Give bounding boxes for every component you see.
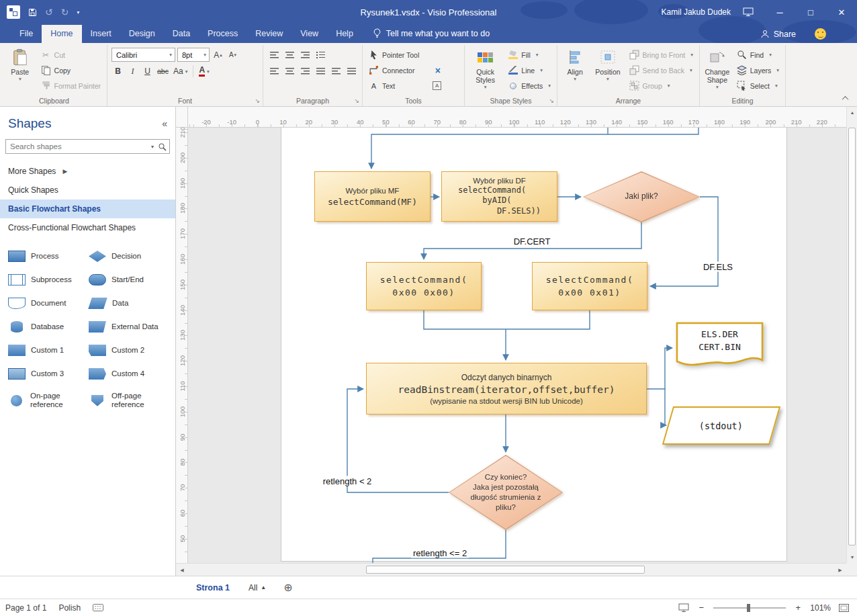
text-block-tool-button[interactable]: A: [431, 79, 445, 93]
quick-styles-button[interactable]: Quick Styles ▾: [469, 46, 502, 94]
strikethrough-button[interactable]: abc: [156, 64, 170, 78]
undo-icon[interactable]: ↺: [45, 7, 53, 17]
shape-master[interactable]: Database: [8, 321, 89, 333]
align-top-button[interactable]: [267, 48, 281, 61]
stencil-cross-functional[interactable]: Cross-Functional Flowchart Shapes: [0, 218, 175, 237]
drawing-canvas[interactable]: Wybór pliku MF selectCommand(MF) Wybór p…: [188, 128, 846, 563]
zoom-out-button[interactable]: −: [697, 603, 705, 613]
shape-master[interactable]: Document: [8, 298, 89, 309]
feedback-smiley-icon[interactable]: [815, 28, 826, 40]
all-pages-button[interactable]: All ▲: [249, 583, 266, 592]
connector-tool-button[interactable]: Connector: [367, 63, 421, 77]
page-tab-strona-1[interactable]: Strona 1: [187, 583, 239, 592]
shape-decision-which-file[interactable]: Jaki plik?: [583, 171, 700, 222]
redo-icon[interactable]: ↻: [61, 7, 69, 17]
ribbon-tab[interactable]: Home: [42, 25, 81, 43]
maximize-button[interactable]: □: [795, 0, 826, 24]
shape-master[interactable]: Subprocess: [8, 274, 89, 285]
scroll-up-icon[interactable]: ▲: [847, 107, 857, 118]
language-indicator[interactable]: Polish: [58, 603, 81, 613]
change-case-button[interactable]: Aa▾: [172, 64, 189, 78]
customize-qat-icon[interactable]: ▾: [77, 9, 79, 15]
search-options-caret-icon[interactable]: ▾: [147, 144, 158, 150]
horizontal-scrollbar[interactable]: ◀ ▶: [176, 563, 846, 576]
shape-master[interactable]: Custom 4: [89, 368, 167, 380]
save-icon[interactable]: [28, 8, 37, 17]
more-shapes-item[interactable]: More Shapes▶: [0, 162, 175, 181]
shape-select-df[interactable]: Wybór pliku DF selectCommand( byAID( DF.…: [441, 171, 557, 222]
shape-select-mf[interactable]: Wybór pliku MF selectCommand(MF): [314, 171, 431, 222]
shape-document-output-files[interactable]: ELS.DER CERT.BIN: [675, 321, 764, 375]
presentation-mode-icon[interactable]: [678, 603, 689, 613]
quick-shapes-item[interactable]: Quick Shapes: [0, 181, 175, 200]
share-button[interactable]: Share: [760, 30, 796, 39]
fit-page-icon[interactable]: [839, 604, 849, 612]
display-settings-icon[interactable]: [743, 7, 754, 17]
format-painter-button[interactable]: Format Painter: [39, 79, 103, 93]
vertical-scrollbar[interactable]: ▲ ▼: [846, 107, 857, 563]
vertical-scrollbar-thumb[interactable]: [848, 128, 856, 545]
shape-select-cert[interactable]: selectCommand( 0x00 0x00): [366, 262, 482, 310]
copy-button[interactable]: Copy: [39, 63, 103, 77]
scroll-right-icon[interactable]: ▶: [834, 564, 846, 576]
bring-to-front-button[interactable]: Bring to Front▾: [627, 48, 695, 62]
cut-button[interactable]: ✂Cut: [39, 48, 103, 62]
shape-master[interactable]: Custom 2: [89, 345, 167, 356]
shape-read-binstream[interactable]: Odczyt danych binarnych readBinstream(it…: [366, 363, 647, 414]
connection-point-tool-button[interactable]: ×: [431, 63, 445, 77]
grow-font-button[interactable]: A▴: [212, 48, 224, 62]
font-family-select[interactable]: Calibri▾: [111, 48, 175, 62]
bold-button[interactable]: B: [111, 64, 124, 78]
decrease-indent-button[interactable]: [329, 64, 343, 77]
align-left-button[interactable]: [267, 64, 281, 77]
zoom-slider[interactable]: [713, 607, 786, 609]
shape-data-stdout[interactable]: (stdout): [662, 406, 780, 445]
zoom-level[interactable]: 101%: [810, 603, 831, 613]
stencil-basic-flowchart[interactable]: Basic Flowchart Shapes: [0, 200, 175, 218]
ribbon-tab[interactable]: Data: [164, 25, 199, 43]
horizontal-scrollbar-thumb[interactable]: [366, 566, 645, 574]
align-middle-button[interactable]: [283, 48, 296, 61]
ribbon-tab[interactable]: Insert: [82, 25, 120, 43]
search-input[interactable]: [10, 142, 147, 150]
shape-master[interactable]: Data: [89, 298, 167, 309]
ribbon-tab[interactable]: Help: [327, 25, 362, 43]
collapse-ribbon-button[interactable]: [840, 93, 850, 103]
shape-master[interactable]: On-page reference: [8, 392, 89, 409]
connector-label-retlength-le-2[interactable]: retlength <= 2: [411, 548, 469, 558]
fill-button[interactable]: Fill▾: [506, 48, 553, 62]
font-color-button[interactable]: A▾: [197, 64, 210, 78]
underline-button[interactable]: U: [141, 64, 154, 78]
tell-me-box[interactable]: Tell me what you want to do: [373, 28, 490, 43]
shape-decision-end[interactable]: Czy koniec? Jaka jest pozostałą długość …: [449, 455, 563, 530]
scroll-down-icon[interactable]: ▼: [847, 552, 857, 563]
shape-master[interactable]: Process: [8, 251, 89, 262]
scroll-left-icon[interactable]: ◀: [176, 564, 188, 576]
shrink-font-button[interactable]: A▾: [226, 48, 239, 62]
ribbon-tab[interactable]: Review: [246, 25, 291, 43]
send-to-back-button[interactable]: Send to Back▾: [627, 63, 695, 77]
connector-label-df-els[interactable]: DF.ELS: [701, 262, 735, 272]
select-button[interactable]: Select▾: [735, 79, 781, 93]
ribbon-tab[interactable]: View: [291, 25, 327, 43]
visio-app-icon[interactable]: [7, 5, 20, 19]
justify-button[interactable]: [314, 64, 327, 77]
bullets-button[interactable]: [314, 48, 327, 61]
minimize-button[interactable]: ─: [764, 0, 795, 24]
connector-label-retlength-lt-2[interactable]: retlength < 2: [321, 476, 374, 486]
group-button[interactable]: Group▾: [627, 79, 695, 93]
align-button[interactable]: Align ▾: [561, 46, 588, 94]
connector-label-df-cert[interactable]: DF.CERT: [512, 236, 553, 247]
page-indicator[interactable]: Page 1 of 1: [5, 603, 46, 613]
pointer-tool-button[interactable]: Pointer Tool: [367, 48, 421, 62]
insert-page-button[interactable]: ⊕: [283, 582, 292, 593]
shape-master[interactable]: Off-page reference: [89, 392, 167, 409]
shape-master[interactable]: Decision: [89, 251, 167, 262]
find-button[interactable]: Find▾: [735, 48, 781, 62]
ribbon-tab[interactable]: Design: [120, 25, 164, 43]
collapse-panel-icon[interactable]: «: [162, 118, 167, 129]
ribbon-tab[interactable]: Process: [199, 25, 246, 43]
align-right-button[interactable]: [298, 64, 312, 77]
effects-button[interactable]: Effects▾: [506, 79, 553, 93]
shape-master[interactable]: Start/End: [89, 274, 167, 285]
